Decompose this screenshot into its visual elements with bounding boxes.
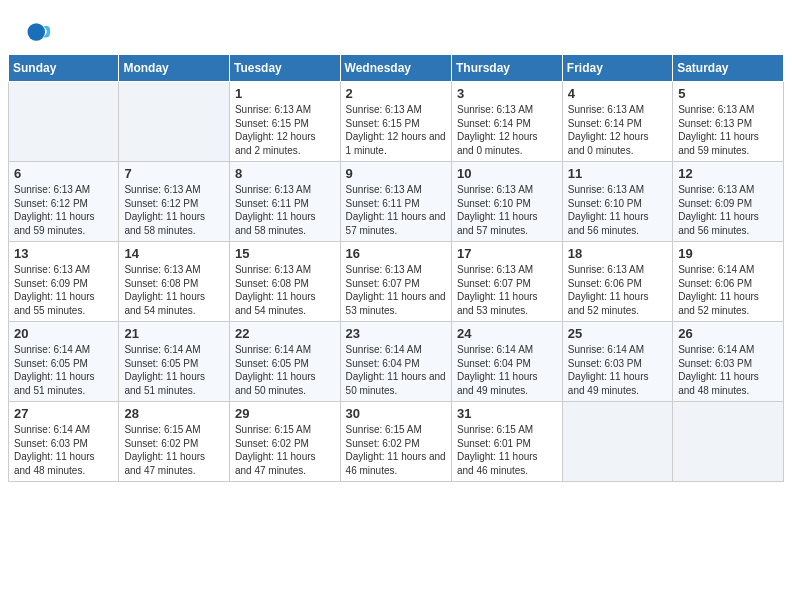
day-number: 21 — [124, 326, 224, 341]
header-row: SundayMondayTuesdayWednesdayThursdayFrid… — [9, 55, 784, 82]
day-detail: Sunrise: 6:13 AMSunset: 6:09 PMDaylight:… — [14, 263, 113, 317]
calendar-cell: 4Sunrise: 6:13 AMSunset: 6:14 PMDaylight… — [562, 82, 672, 162]
calendar-cell: 6Sunrise: 6:13 AMSunset: 6:12 PMDaylight… — [9, 162, 119, 242]
calendar-cell: 29Sunrise: 6:15 AMSunset: 6:02 PMDayligh… — [229, 402, 340, 482]
calendar-cell: 15Sunrise: 6:13 AMSunset: 6:08 PMDayligh… — [229, 242, 340, 322]
calendar-cell — [119, 82, 230, 162]
day-number: 18 — [568, 246, 667, 261]
day-detail: Sunrise: 6:14 AMSunset: 6:04 PMDaylight:… — [346, 343, 446, 397]
day-number: 12 — [678, 166, 778, 181]
day-detail: Sunrise: 6:13 AMSunset: 6:12 PMDaylight:… — [14, 183, 113, 237]
calendar-cell — [673, 402, 784, 482]
calendar-cell: 7Sunrise: 6:13 AMSunset: 6:12 PMDaylight… — [119, 162, 230, 242]
weekday-header: Wednesday — [340, 55, 451, 82]
calendar-week-row: 20Sunrise: 6:14 AMSunset: 6:05 PMDayligh… — [9, 322, 784, 402]
day-number: 19 — [678, 246, 778, 261]
calendar-cell: 13Sunrise: 6:13 AMSunset: 6:09 PMDayligh… — [9, 242, 119, 322]
calendar-cell: 5Sunrise: 6:13 AMSunset: 6:13 PMDaylight… — [673, 82, 784, 162]
svg-point-0 — [28, 23, 46, 41]
day-number: 9 — [346, 166, 446, 181]
day-detail: Sunrise: 6:13 AMSunset: 6:13 PMDaylight:… — [678, 103, 778, 157]
day-detail: Sunrise: 6:13 AMSunset: 6:12 PMDaylight:… — [124, 183, 224, 237]
calendar-cell: 9Sunrise: 6:13 AMSunset: 6:11 PMDaylight… — [340, 162, 451, 242]
day-detail: Sunrise: 6:13 AMSunset: 6:06 PMDaylight:… — [568, 263, 667, 317]
day-detail: Sunrise: 6:14 AMSunset: 6:05 PMDaylight:… — [124, 343, 224, 397]
logo-area — [24, 18, 56, 46]
day-detail: Sunrise: 6:13 AMSunset: 6:11 PMDaylight:… — [235, 183, 335, 237]
calendar-cell: 12Sunrise: 6:13 AMSunset: 6:09 PMDayligh… — [673, 162, 784, 242]
day-number: 14 — [124, 246, 224, 261]
calendar-week-row: 6Sunrise: 6:13 AMSunset: 6:12 PMDaylight… — [9, 162, 784, 242]
day-detail: Sunrise: 6:15 AMSunset: 6:01 PMDaylight:… — [457, 423, 557, 477]
weekday-header: Sunday — [9, 55, 119, 82]
calendar-cell: 24Sunrise: 6:14 AMSunset: 6:04 PMDayligh… — [451, 322, 562, 402]
day-number: 3 — [457, 86, 557, 101]
day-detail: Sunrise: 6:14 AMSunset: 6:03 PMDaylight:… — [14, 423, 113, 477]
calendar-cell: 14Sunrise: 6:13 AMSunset: 6:08 PMDayligh… — [119, 242, 230, 322]
day-number: 8 — [235, 166, 335, 181]
day-detail: Sunrise: 6:14 AMSunset: 6:06 PMDaylight:… — [678, 263, 778, 317]
day-detail: Sunrise: 6:14 AMSunset: 6:03 PMDaylight:… — [678, 343, 778, 397]
day-detail: Sunrise: 6:14 AMSunset: 6:05 PMDaylight:… — [14, 343, 113, 397]
day-detail: Sunrise: 6:15 AMSunset: 6:02 PMDaylight:… — [235, 423, 335, 477]
day-number: 5 — [678, 86, 778, 101]
calendar-cell: 1Sunrise: 6:13 AMSunset: 6:15 PMDaylight… — [229, 82, 340, 162]
weekday-header: Thursday — [451, 55, 562, 82]
day-number: 10 — [457, 166, 557, 181]
logo-icon — [24, 18, 52, 46]
logo — [24, 18, 56, 46]
day-detail: Sunrise: 6:14 AMSunset: 6:03 PMDaylight:… — [568, 343, 667, 397]
day-detail: Sunrise: 6:13 AMSunset: 6:14 PMDaylight:… — [568, 103, 667, 157]
calendar-cell: 11Sunrise: 6:13 AMSunset: 6:10 PMDayligh… — [562, 162, 672, 242]
day-number: 29 — [235, 406, 335, 421]
day-detail: Sunrise: 6:14 AMSunset: 6:04 PMDaylight:… — [457, 343, 557, 397]
day-number: 27 — [14, 406, 113, 421]
day-number: 1 — [235, 86, 335, 101]
day-number: 28 — [124, 406, 224, 421]
day-detail: Sunrise: 6:13 AMSunset: 6:14 PMDaylight:… — [457, 103, 557, 157]
calendar-cell: 17Sunrise: 6:13 AMSunset: 6:07 PMDayligh… — [451, 242, 562, 322]
day-number: 6 — [14, 166, 113, 181]
day-detail: Sunrise: 6:13 AMSunset: 6:08 PMDaylight:… — [124, 263, 224, 317]
calendar-wrap: SundayMondayTuesdayWednesdayThursdayFrid… — [0, 54, 792, 490]
calendar-header: SundayMondayTuesdayWednesdayThursdayFrid… — [9, 55, 784, 82]
calendar-week-row: 1Sunrise: 6:13 AMSunset: 6:15 PMDaylight… — [9, 82, 784, 162]
weekday-header: Tuesday — [229, 55, 340, 82]
day-detail: Sunrise: 6:13 AMSunset: 6:07 PMDaylight:… — [346, 263, 446, 317]
calendar-cell — [562, 402, 672, 482]
day-detail: Sunrise: 6:15 AMSunset: 6:02 PMDaylight:… — [124, 423, 224, 477]
calendar-cell: 8Sunrise: 6:13 AMSunset: 6:11 PMDaylight… — [229, 162, 340, 242]
calendar-cell: 19Sunrise: 6:14 AMSunset: 6:06 PMDayligh… — [673, 242, 784, 322]
calendar-body: 1Sunrise: 6:13 AMSunset: 6:15 PMDaylight… — [9, 82, 784, 482]
day-detail: Sunrise: 6:14 AMSunset: 6:05 PMDaylight:… — [235, 343, 335, 397]
day-number: 2 — [346, 86, 446, 101]
calendar-cell: 10Sunrise: 6:13 AMSunset: 6:10 PMDayligh… — [451, 162, 562, 242]
day-number: 22 — [235, 326, 335, 341]
day-number: 11 — [568, 166, 667, 181]
weekday-header: Friday — [562, 55, 672, 82]
weekday-header: Monday — [119, 55, 230, 82]
day-number: 4 — [568, 86, 667, 101]
day-number: 20 — [14, 326, 113, 341]
calendar-cell: 27Sunrise: 6:14 AMSunset: 6:03 PMDayligh… — [9, 402, 119, 482]
calendar-week-row: 27Sunrise: 6:14 AMSunset: 6:03 PMDayligh… — [9, 402, 784, 482]
calendar-cell: 30Sunrise: 6:15 AMSunset: 6:02 PMDayligh… — [340, 402, 451, 482]
calendar-cell: 3Sunrise: 6:13 AMSunset: 6:14 PMDaylight… — [451, 82, 562, 162]
calendar-cell: 18Sunrise: 6:13 AMSunset: 6:06 PMDayligh… — [562, 242, 672, 322]
day-detail: Sunrise: 6:13 AMSunset: 6:15 PMDaylight:… — [346, 103, 446, 157]
day-detail: Sunrise: 6:13 AMSunset: 6:10 PMDaylight:… — [568, 183, 667, 237]
day-number: 15 — [235, 246, 335, 261]
day-number: 16 — [346, 246, 446, 261]
calendar-cell: 26Sunrise: 6:14 AMSunset: 6:03 PMDayligh… — [673, 322, 784, 402]
day-number: 24 — [457, 326, 557, 341]
header — [0, 0, 792, 54]
day-number: 26 — [678, 326, 778, 341]
day-detail: Sunrise: 6:15 AMSunset: 6:02 PMDaylight:… — [346, 423, 446, 477]
calendar-cell: 22Sunrise: 6:14 AMSunset: 6:05 PMDayligh… — [229, 322, 340, 402]
day-number: 13 — [14, 246, 113, 261]
day-detail: Sunrise: 6:13 AMSunset: 6:15 PMDaylight:… — [235, 103, 335, 157]
calendar-cell: 20Sunrise: 6:14 AMSunset: 6:05 PMDayligh… — [9, 322, 119, 402]
day-number: 31 — [457, 406, 557, 421]
day-detail: Sunrise: 6:13 AMSunset: 6:10 PMDaylight:… — [457, 183, 557, 237]
calendar-cell: 25Sunrise: 6:14 AMSunset: 6:03 PMDayligh… — [562, 322, 672, 402]
